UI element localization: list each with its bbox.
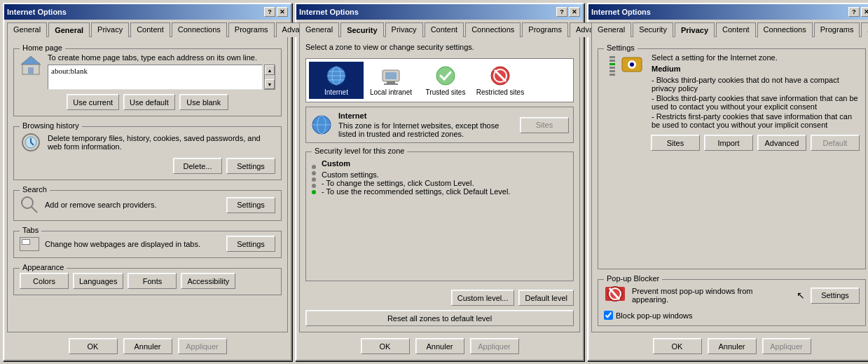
zone-trusted-label: Trusted sites <box>426 88 466 96</box>
tabs-settings-button[interactable]: Settings <box>226 236 275 252</box>
slider-mark-2 <box>609 60 615 62</box>
use-default-button[interactable]: Use default <box>123 94 175 110</box>
sites-button-2[interactable]: Sites <box>520 117 569 133</box>
tab-programs-2[interactable]: Programs <box>522 22 568 37</box>
scroll-down[interactable]: ▼ <box>265 79 275 89</box>
tab-content-3[interactable]: Content <box>716 22 756 37</box>
languages-button[interactable]: Languages <box>73 273 123 289</box>
colors-button[interactable]: Colors <box>20 273 69 289</box>
homepage-input[interactable]: about:blank <box>48 65 263 90</box>
search-icon <box>20 195 39 215</box>
tab-connections-1[interactable]: Connections <box>172 22 227 37</box>
title-text-3: Internet Options <box>591 8 651 16</box>
scroll-up[interactable]: ▲ <box>265 65 275 75</box>
zone-internet[interactable]: Internet <box>309 62 364 99</box>
popup-checkbox-row: Block pop-up windows <box>604 311 860 320</box>
apply-button-2[interactable]: Appliquer <box>470 338 519 354</box>
zone-restricted[interactable]: Restricted sites <box>473 62 528 99</box>
tab-security-1[interactable]: General <box>48 22 90 37</box>
cancel-button-2[interactable]: Annuler <box>415 338 464 354</box>
ok-button-2[interactable]: OK <box>361 338 410 354</box>
tab-programs-3[interactable]: Programs <box>814 22 860 37</box>
sites-button-3[interactable]: Sites <box>651 135 700 151</box>
bottom-bar-3: OK Annuler Appliquer <box>591 332 868 357</box>
tabs-desc: Change how webpages are displayed in tab… <box>45 240 221 248</box>
popup-checkbox[interactable] <box>604 311 613 320</box>
dialog-content-1: General General Privacy Content Connecti… <box>4 20 291 360</box>
tab-security-2[interactable]: Security <box>340 22 383 37</box>
history-settings-button[interactable]: Settings <box>226 158 275 174</box>
svg-rect-14 <box>387 81 395 83</box>
close-button-3[interactable]: ✕ <box>861 7 868 17</box>
popup-settings-button[interactable]: Settings <box>811 288 860 304</box>
privacy-slider[interactable] <box>604 53 615 76</box>
privacy-level-info: Select a setting for the Internet zone. … <box>652 53 860 129</box>
tab-connections-3[interactable]: Connections <box>757 22 813 37</box>
bottom-bar-2: OK Annuler Appliquer <box>299 332 580 357</box>
popup-desc-area: Prevent most pop-up windows from appeari… <box>632 287 791 304</box>
accessibility-button[interactable]: Accessibility <box>181 273 235 289</box>
appearance-group: Appearance Colors Languages Fonts Access… <box>13 268 282 295</box>
custom-level-button[interactable]: Custom level... <box>451 290 515 306</box>
tab-security-3[interactable]: Security <box>633 22 673 37</box>
homepage-group: Home page To create home page tabs, type… <box>13 48 282 116</box>
tab-content-1[interactable]: Content <box>130 22 170 37</box>
privacy-settings-group: Settings <box>598 48 866 269</box>
title-text-2: Internet Options <box>299 8 359 16</box>
use-blank-button[interactable]: Use blank <box>179 94 228 110</box>
homepage-scrollbar[interactable]: ▲ ▼ <box>264 65 275 90</box>
zone-local-intranet[interactable]: Local intranet <box>364 62 418 99</box>
internet-icon <box>325 65 347 87</box>
homepage-desc: To create home page tabs, type each addr… <box>48 53 275 62</box>
import-button[interactable]: Import <box>704 135 753 151</box>
help-button-2[interactable]: ? <box>556 7 567 17</box>
ok-button-3[interactable]: OK <box>653 338 702 354</box>
zone-trusted[interactable]: Trusted sites <box>418 62 473 99</box>
popup-checkbox-label[interactable]: Block pop-up windows <box>604 311 860 320</box>
cancel-button-3[interactable]: Annuler <box>708 338 757 354</box>
advanced-button-3[interactable]: Advanced <box>757 135 806 151</box>
tab-general-3[interactable]: General <box>591 22 631 37</box>
popup-blocker-label: Pop-up Blocker <box>604 274 662 283</box>
zone-name: Internet <box>338 112 514 120</box>
default-level-button[interactable]: Default level <box>518 290 574 306</box>
restricted-icon <box>489 65 511 87</box>
level-desc: Custom settings. <box>322 170 510 179</box>
tab-general-1[interactable]: General <box>7 22 47 37</box>
eye-icon <box>621 53 643 76</box>
use-current-button[interactable]: Use current <box>67 94 119 110</box>
tab-privacy-3[interactable]: Privacy <box>675 22 715 37</box>
delete-button[interactable]: Delete... <box>173 158 222 174</box>
search-settings-button[interactable]: Settings <box>226 197 275 213</box>
level-bullet-1: - To change the settings, click Custom L… <box>322 179 510 187</box>
cancel-button-1[interactable]: Annuler <box>123 338 172 354</box>
tab-content-2[interactable]: Content <box>425 22 464 37</box>
tab-programs-1[interactable]: Programs <box>228 22 275 37</box>
title-bar-1: Internet Options ? ✕ <box>4 4 291 20</box>
apply-button-1[interactable]: Appliquer <box>178 338 227 354</box>
close-button-2[interactable]: ✕ <box>569 7 580 17</box>
tab-bar-3: General Security Privacy Content Connect… <box>591 22 868 37</box>
tab-general-2[interactable]: General <box>299 22 339 37</box>
tab-advanced-3[interactable]: Advanced <box>861 22 868 37</box>
slider-mark-3 <box>609 67 615 69</box>
default-button-3[interactable]: Default <box>811 135 860 151</box>
apply-button-3[interactable]: Appliquer <box>762 338 811 354</box>
tab-privacy-2[interactable]: Privacy <box>385 22 423 37</box>
no-entry-icon <box>604 284 626 306</box>
tab-connections-2[interactable]: Connections <box>465 22 521 37</box>
tab-bar-2: General Security Privacy Content Connect… <box>299 22 580 37</box>
search-label: Search <box>20 185 50 194</box>
tabs-label: Tabs <box>20 226 41 234</box>
fonts-button[interactable]: Fonts <box>128 273 177 289</box>
house-icon <box>20 53 42 76</box>
slider-dot-4 <box>312 184 316 188</box>
ok-button-1[interactable]: OK <box>69 338 118 354</box>
help-button-3[interactable]: ? <box>848 7 860 17</box>
reset-zones-button[interactable]: Reset all zones to default level <box>305 310 574 326</box>
close-button-1[interactable]: ✕ <box>277 7 288 17</box>
popup-desc: Prevent most pop-up windows from appeari… <box>632 287 791 304</box>
tab-privacy-1[interactable]: Privacy <box>91 22 129 37</box>
level-slider <box>312 159 316 200</box>
help-button-1[interactable]: ? <box>264 7 275 17</box>
